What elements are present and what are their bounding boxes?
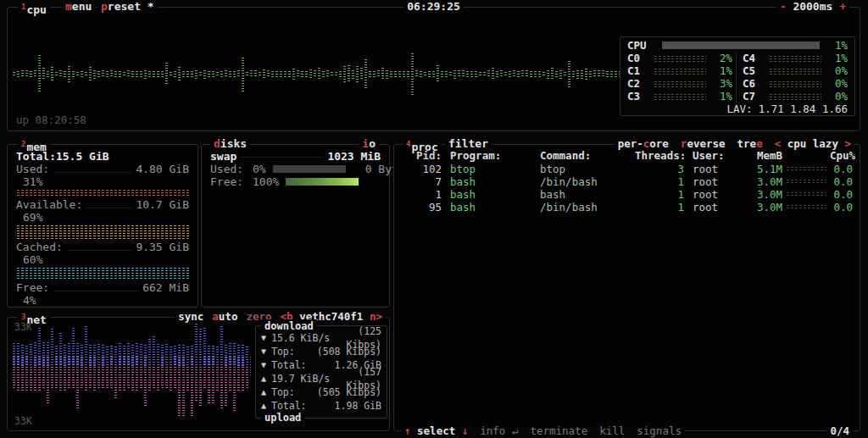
selected-count: 0/4 — [826, 424, 853, 438]
leader-line — [86, 208, 131, 208]
cpu-total-pct: 1% — [826, 39, 848, 52]
core-graph — [654, 93, 706, 100]
net-stat-row: ▼15.6 KiB/s(125 Kibps) — [261, 331, 381, 345]
cpu-total-meter — [662, 42, 820, 49]
leader-line — [53, 172, 131, 173]
core-row: C31% C70% — [627, 90, 848, 103]
mem-available-pct: 69% — [16, 211, 189, 224]
interval-increase-button[interactable]: + — [839, 0, 846, 13]
up-arrow-icon: ▲ — [261, 372, 271, 385]
mem-cached-graph — [16, 267, 189, 280]
leader-line — [67, 250, 132, 251]
mem-total-row: Total:15.5 GiB — [16, 150, 189, 163]
swap-used-meter — [273, 165, 346, 173]
disks-box: disks io swap 1023 MiB Used: 0% 0 Byte F… — [201, 144, 390, 308]
load-average-values: 1.71 1.84 1.66 — [759, 103, 848, 115]
leader-line — [53, 291, 138, 291]
mem-body: Total:15.5 GiB Used:4.80 GiB 31% Availab… — [8, 145, 198, 307]
down-arrow-icon: ▼ — [261, 358, 271, 372]
proc-box: 4proc filter per-core reverse tree < cpu… — [393, 144, 860, 431]
mem-used-pct: 31% — [16, 175, 189, 188]
proc-footer: ↑ select ↓ info ↵ terminate kill signals — [401, 424, 685, 438]
info-button[interactable]: info ↵ — [480, 424, 518, 438]
net-scale-top: 33K — [14, 321, 32, 333]
proc-cpu-graph — [786, 179, 826, 185]
box-number: 3 — [21, 313, 25, 321]
download-label: download — [261, 319, 317, 333]
mem-free-row: Free:662 MiB — [16, 281, 189, 294]
net-stat-row: ▼Top:(508 Kibps) — [261, 345, 381, 358]
mem-cached-row: Cached:9.35 GiB — [16, 241, 189, 253]
down-arrow-icon: ▼ — [261, 345, 271, 358]
core-row: C23% C60% — [627, 77, 848, 90]
swap-row: swap 1023 MiB — [210, 150, 381, 163]
core-graph — [654, 68, 706, 75]
mem-box: 2mem Total:15.5 GiB Used:4.80 GiB 31% Av… — [7, 144, 198, 308]
terminate-button[interactable]: terminate — [530, 424, 587, 438]
mem-cached-pct: 60% — [16, 253, 189, 266]
uptime-label: up 08:20:58 — [16, 114, 86, 126]
core-graph — [769, 80, 821, 87]
core-graph — [654, 55, 706, 62]
up-arrow-icon: ▲ — [261, 385, 271, 399]
net-stat-row: ▲19.7 KiB/s(157 Kibps) — [261, 372, 381, 385]
core-row: C11% C50% — [627, 64, 848, 77]
cpu-box-title[interactable]: 1cpu — [18, 0, 50, 14]
cpu-total-row: CPU 1% — [627, 39, 848, 52]
core-graph — [769, 68, 821, 75]
net-stats-panel: download upload ▼15.6 KiB/s(125 Kibps) ▼… — [255, 325, 387, 419]
clock: 06:29:25 — [403, 0, 464, 14]
process-row[interactable]: 7bash/bin/bash1root3.0M0.0 — [399, 175, 854, 188]
swap-used-row: Used: 0% 0 Byte — [210, 163, 381, 175]
proc-cpu-graph — [786, 204, 826, 210]
kill-button[interactable]: kill — [599, 424, 625, 438]
net-scale-bottom: 33K — [14, 415, 32, 427]
select-control[interactable]: ↑ select ↓ — [404, 424, 468, 438]
swap-free-meter — [286, 178, 359, 186]
interval-value: 2000ms — [793, 0, 832, 13]
signals-button[interactable]: signals — [637, 424, 682, 438]
update-interval: - 2000ms + — [776, 0, 849, 14]
cpu-cores-panel: CPU 1% C02% C41% C11% C50% C23% C60% C31… — [620, 36, 855, 116]
mem-used-graph — [16, 189, 189, 197]
proc-cpu-graph — [786, 166, 826, 172]
proc-cpu-graph — [786, 191, 826, 197]
mem-used-row: Used:4.80 GiB — [16, 163, 189, 175]
box-number: 1 — [21, 3, 25, 11]
menu-button[interactable]: menu — [62, 0, 95, 14]
mem-free-pct: 4% — [16, 294, 189, 307]
leader-line — [241, 156, 323, 158]
net-stat-row: ▲Top:(505 Kibps) — [261, 385, 381, 399]
disks-body: swap 1023 MiB Used: 0% 0 Byte Free: 100%… — [202, 145, 389, 307]
mem-available-row: Available:10.7 GiB — [16, 198, 189, 211]
net-box: 3net sync auto zero <b vethc740f1 n> 33K… — [7, 317, 390, 431]
preset-button[interactable]: preset * — [97, 0, 158, 14]
process-row[interactable]: 95bash/bin/bash1root3.0M0.0 — [399, 201, 854, 213]
core-graph — [769, 55, 821, 62]
mem-available-graph — [16, 225, 189, 239]
load-average-label: LAV: — [727, 103, 753, 115]
net-traffic-graph — [12, 321, 251, 427]
load-average-row: LAV: 1.71 1.84 1.66 — [627, 103, 848, 115]
core-graph — [769, 93, 821, 100]
core-graph — [654, 80, 706, 87]
cpu-box: 1cpu menu preset * 06:29:25 - 2000ms + C… — [7, 7, 860, 131]
down-arrow-icon: ▼ — [261, 331, 271, 345]
upload-label: upload — [261, 411, 304, 424]
process-list-header[interactable]: Pid: Program: Command: Threads: User: Me… — [399, 149, 854, 163]
process-row[interactable]: 102btopbtop3root5.1M0.0 — [399, 163, 854, 175]
core-row: C02% C41% — [627, 52, 848, 64]
cpu-total-label: CPU — [627, 39, 656, 52]
interval-decrease-button[interactable]: - — [780, 0, 787, 13]
process-row[interactable]: 1bashbash1root3.0M0.0 — [399, 188, 854, 201]
process-list: Pid: Program: Command: Threads: User: Me… — [394, 145, 860, 430]
swap-free-row: Free: 100% 1023 MiB — [210, 175, 381, 188]
